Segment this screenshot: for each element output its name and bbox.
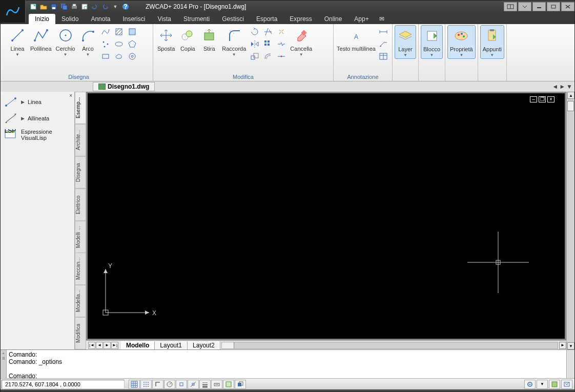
lwt-icon[interactable] [199,380,211,389]
blocco-button[interactable]: Blocco▼ [421,25,443,59]
join-icon[interactable] [276,51,287,62]
layout-tab-layout1[interactable]: Layout1 [155,341,188,349]
cmd-scrollbar[interactable] [566,350,574,378]
tab-esporta[interactable]: Esporta [250,14,283,24]
revcloud-icon[interactable] [113,51,125,62]
cancella-button[interactable]: Cancella▼ [288,25,314,58]
layout-tab-layout2[interactable]: Layout2 [188,341,220,349]
open-icon[interactable] [39,2,48,11]
tab-appplus[interactable]: App+ [348,14,375,24]
ellipse-icon[interactable] [113,38,125,50]
clean-screen-icon[interactable] [561,380,572,389]
offset-icon[interactable] [262,51,274,62]
doctab-menu-icon[interactable]: ▼ [566,83,572,90]
tab-gestisci[interactable]: Gestisci [216,14,250,24]
region-icon[interactable] [127,26,138,37]
explode-icon[interactable] [276,26,287,37]
command-text[interactable]: Comando: Comando: _options Comando: [7,350,566,378]
cmd-handle[interactable]: ×⠿ [1,350,7,378]
vscrollbar[interactable]: ▲ ▼ [566,92,574,349]
testo-multilinea-button[interactable]: A Testo multilinea [336,25,377,53]
rectangle-icon[interactable] [100,51,111,62]
layout-prev-icon[interactable]: ◄ [96,342,103,349]
dyn-icon[interactable] [211,380,222,389]
qat-dropdown-icon[interactable]: ▼ [111,2,120,11]
drawing-canvas[interactable]: – ❐ × Y X [88,93,565,339]
tab-inizio[interactable]: Inizio [29,14,55,24]
spline-icon[interactable] [100,26,111,37]
minimize-icon[interactable] [532,2,546,11]
layer-button[interactable]: Layer▼ [395,25,416,59]
undo-icon[interactable] [90,2,99,11]
maximize-icon[interactable] [547,2,560,11]
tab-inserisci[interactable]: Inserisci [116,14,151,24]
mirror-icon[interactable] [249,38,260,50]
save-icon[interactable] [49,2,58,11]
tab-online[interactable]: Online [318,14,348,24]
vtab-disegna[interactable]: Disegna [75,156,86,189]
vscroll-down-icon[interactable]: ▼ [567,342,574,349]
cycle-icon[interactable] [235,380,246,389]
scale-icon[interactable] [249,51,260,62]
vtab-esempio[interactable]: Esemp... [75,92,86,124]
tool-visuallisp[interactable]: LSP Espressione VisualLisp [3,127,72,143]
help-icon[interactable]: ? [121,2,130,11]
layout-first-icon[interactable]: |◄ [88,342,95,349]
doctab-next-icon[interactable]: ► [559,83,565,90]
tool-allineata[interactable]: ▶Allineata [3,110,72,127]
layout-last-icon[interactable]: ►| [111,342,118,349]
dimension-icon[interactable] [378,26,389,37]
print-icon[interactable] [70,2,79,11]
tab-vista[interactable]: Vista [151,14,177,24]
proprieta-button[interactable]: Proprietà▼ [447,25,476,59]
tab-solido[interactable]: Solido [55,14,85,24]
settings-gear-icon[interactable] [524,380,536,389]
trim-icon[interactable] [262,26,274,37]
grid-icon[interactable] [140,380,152,389]
hatch-icon[interactable] [113,26,125,37]
otrack-icon[interactable] [188,380,199,389]
doc-restore-icon[interactable]: ❐ [539,96,546,102]
raccorda-button[interactable]: Raccorda▼ [220,25,248,58]
vtab-elettrico[interactable]: Elettrico [75,189,86,221]
sposta-button[interactable]: Sposta [155,25,177,53]
osnap-icon[interactable] [176,380,187,389]
copia-button[interactable]: Copia [177,25,198,53]
app-menu-button[interactable] [0,0,26,23]
close-icon[interactable] [561,2,574,11]
layout-next-icon[interactable]: ► [104,342,111,349]
doc-tab-active[interactable]: Disegno1.dwg [93,82,155,91]
vtab-meccan[interactable]: Meccan... [75,253,86,285]
polygon-icon[interactable] [127,38,138,50]
ortho-icon[interactable] [152,380,163,389]
expand-ribbon-icon[interactable] [518,2,531,11]
table-icon[interactable] [378,51,389,62]
tool-linea[interactable]: ▶Linea [3,94,72,110]
leader-icon[interactable] [378,38,389,50]
status-dropdown-icon[interactable]: ▼ [537,380,548,389]
vtab-modifica[interactable]: Modifica [75,317,86,349]
status-tray-icon[interactable] [549,380,560,389]
preview-icon[interactable] [80,2,89,11]
tab-annota[interactable]: Annota [85,14,116,24]
tab-strumenti[interactable]: Strumenti [177,14,216,24]
palette-close-icon[interactable]: × [69,93,72,98]
tab-express[interactable]: Express [283,14,318,24]
donut-icon[interactable] [127,51,138,62]
model-icon[interactable] [223,380,234,389]
saveall-icon[interactable] [59,2,69,11]
polilinea-button[interactable]: Polilinea [28,25,54,53]
point-icon[interactable] [100,38,111,50]
doctab-prev-icon[interactable]: ◄ [552,83,558,90]
rotate-icon[interactable] [249,26,260,37]
appunti-button[interactable]: Appunti▼ [480,25,504,59]
redo-icon[interactable] [100,2,110,11]
vtab-archite[interactable]: Archite... [75,124,86,156]
cerchio-button[interactable]: Cerchio▼ [54,25,77,58]
hscroll-right-icon[interactable]: ► [559,342,566,349]
vtab-modelli[interactable]: Modelli ... [75,221,86,253]
linea-button[interactable]: Linea▼ [7,25,28,58]
vtab-modella[interactable]: Modella... [75,285,86,317]
workspace-icon[interactable] [504,2,517,11]
polar-icon[interactable] [164,380,175,389]
